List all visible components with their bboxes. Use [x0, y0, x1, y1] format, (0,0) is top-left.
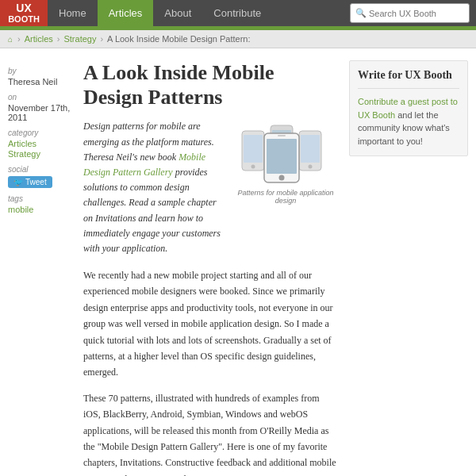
social-label: social — [8, 165, 71, 174]
right-sidebar-title: Write for UX Booth — [358, 69, 459, 82]
tag-mobile[interactable]: mobile — [8, 205, 71, 214]
article-intro-wrap: Design patterns for mobile are emerging … — [83, 119, 337, 256]
category-strategy[interactable]: Strategy — [8, 149, 71, 159]
breadcrumb-home-icon[interactable]: ⌂ — [8, 35, 13, 44]
tags-label: tags — [8, 194, 71, 203]
breadcrumb-sep3: › — [100, 34, 103, 44]
author-name: Theresa Neil — [8, 77, 71, 86]
breadcrumb-sep2: › — [57, 34, 60, 44]
article-title: A Look Inside Mobile Design Patterns — [83, 60, 337, 109]
logo-text: UXBOOTH — [8, 2, 40, 25]
svg-rect-10 — [267, 139, 297, 174]
nav-contribute[interactable]: Contribute — [202, 0, 272, 26]
header: UXBOOTH Home Articles About Contribute 🔍 — [0, 0, 476, 26]
nav-about[interactable]: About — [153, 0, 202, 26]
search-box[interactable]: 🔍 — [350, 3, 470, 23]
article-paragraph-1: We recently had a new mobile project sta… — [83, 267, 337, 381]
svg-rect-4 — [301, 135, 320, 163]
twitter-icon: 🐦 — [13, 178, 23, 186]
tweet-label: Tweet — [25, 178, 47, 186]
tweet-button[interactable]: 🐦 Tweet — [8, 176, 52, 188]
phone-image — [234, 119, 329, 186]
breadcrumb-sep1: › — [17, 34, 21, 44]
svg-point-2 — [251, 165, 255, 169]
breadcrumb-articles[interactable]: Articles — [25, 34, 53, 44]
phone-caption: Patterns for mobile application design — [234, 189, 337, 205]
article-body: We recently had a new mobile project sta… — [83, 267, 337, 476]
svg-point-5 — [309, 165, 313, 169]
right-sidebar: Write for UX Booth Contribute a guest po… — [349, 60, 468, 476]
main-article: A Look Inside Mobile Design Patterns Des… — [83, 60, 337, 476]
on-label: on — [8, 93, 71, 102]
main-nav: Home Articles About Contribute — [48, 0, 350, 26]
nav-articles[interactable]: Articles — [98, 0, 154, 26]
by-label: by — [8, 67, 71, 75]
right-sidebar-body: Contribute a guest post to UX Booth and … — [358, 95, 459, 148]
write-for-uxbooth-box: Write for UX Booth Contribute a guest po… — [349, 60, 468, 156]
phone-image-wrap: Patterns for mobile application design — [234, 119, 337, 256]
article-paragraph-2: These 70 patterns, illustrated with hund… — [83, 390, 337, 476]
breadcrumb: ⌂ › Articles › Strategy › A Look Inside … — [0, 30, 476, 48]
search-icon: 🔍 — [355, 8, 367, 18]
book-link[interactable]: Mobile Design Pattern Gallery — [83, 152, 205, 178]
divider — [358, 88, 459, 89]
svg-point-11 — [279, 175, 285, 181]
nav-home[interactable]: Home — [48, 0, 98, 26]
svg-rect-1 — [244, 135, 263, 163]
category-articles[interactable]: Articles — [8, 139, 71, 148]
left-sidebar: by Theresa Neil on November 17th, 2011 c… — [8, 60, 71, 476]
breadcrumb-current: A Look Inside Mobile Design Pattern: — [107, 34, 250, 44]
article-intro: Design patterns for mobile are emerging … — [83, 119, 225, 256]
category-label: category — [8, 129, 71, 137]
breadcrumb-strategy[interactable]: Strategy — [63, 34, 96, 44]
logo[interactable]: UXBOOTH — [0, 0, 48, 26]
article-date: November 17th, 2011 — [8, 103, 71, 122]
content-wrapper: by Theresa Neil on November 17th, 2011 c… — [0, 48, 476, 476]
svg-rect-12 — [278, 135, 286, 136]
search-input[interactable] — [369, 9, 464, 18]
